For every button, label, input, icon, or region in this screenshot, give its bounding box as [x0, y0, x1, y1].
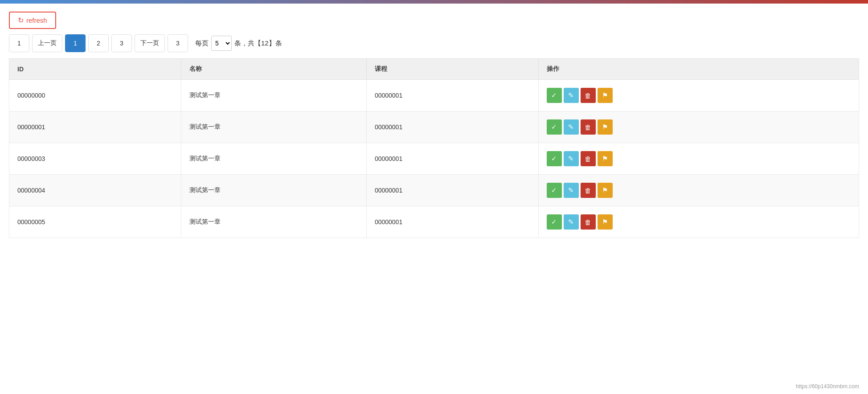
table-row: 00000000测试第一章00000001✓✎🗑⚑ — [9, 80, 859, 111]
cell-course: 00000001 — [366, 143, 538, 175]
page-size-select[interactable]: 5 10 20 — [211, 36, 232, 51]
cell-actions: ✓✎🗑⚑ — [538, 111, 859, 143]
flag-button[interactable]: ⚑ — [598, 183, 613, 198]
cell-name: 测试第一章 — [181, 111, 366, 143]
delete-button[interactable]: 🗑 — [581, 183, 596, 198]
flag-button[interactable]: ⚑ — [598, 151, 613, 166]
edit-button[interactable]: ✎ — [564, 88, 579, 103]
refresh-label: refresh — [26, 16, 47, 24]
col-header-actions: 操作 — [538, 59, 859, 80]
check-button[interactable]: ✓ — [547, 88, 562, 103]
cell-id: 00000004 — [9, 175, 181, 206]
table-wrapper: ID 名称 课程 操作 00000000测试第一章00000001✓✎🗑⚑000… — [0, 58, 868, 238]
per-page-label: 每页 — [195, 39, 209, 48]
cell-course: 00000001 — [366, 206, 538, 238]
edit-button[interactable]: ✎ — [564, 119, 579, 135]
page-last-button[interactable]: 3 — [168, 34, 188, 52]
refresh-button[interactable]: ↻ refresh — [9, 12, 56, 29]
delete-button[interactable]: 🗑 — [581, 151, 596, 166]
page-suffix: 条，共【12】条 — [234, 39, 282, 48]
cell-actions: ✓✎🗑⚑ — [538, 206, 859, 238]
cell-actions: ✓✎🗑⚑ — [538, 175, 859, 206]
check-button[interactable]: ✓ — [547, 214, 562, 230]
cell-id: 00000005 — [9, 206, 181, 238]
cell-id: 00000003 — [9, 143, 181, 175]
page-3-button[interactable]: 3 — [111, 34, 132, 52]
cell-name: 测试第一章 — [181, 80, 366, 111]
delete-button[interactable]: 🗑 — [581, 214, 596, 230]
check-button[interactable]: ✓ — [547, 119, 562, 135]
check-button[interactable]: ✓ — [547, 151, 562, 166]
col-header-course: 课程 — [366, 59, 538, 80]
cell-course: 00000001 — [366, 111, 538, 143]
delete-button[interactable]: 🗑 — [581, 119, 596, 135]
refresh-icon: ↻ — [18, 16, 24, 25]
cell-actions: ✓✎🗑⚑ — [538, 80, 859, 111]
flag-button[interactable]: ⚑ — [598, 88, 613, 103]
table-header-row: ID 名称 课程 操作 — [9, 59, 859, 80]
cell-id: 00000001 — [9, 111, 181, 143]
col-header-name: 名称 — [181, 59, 366, 80]
col-header-id: ID — [9, 59, 181, 80]
data-table: ID 名称 课程 操作 00000000测试第一章00000001✓✎🗑⚑000… — [9, 58, 859, 238]
delete-button[interactable]: 🗑 — [581, 88, 596, 103]
page-next-button[interactable]: 下一页 — [135, 34, 165, 52]
cell-course: 00000001 — [366, 175, 538, 206]
cell-actions: ✓✎🗑⚑ — [538, 143, 859, 175]
edit-button[interactable]: ✎ — [564, 183, 579, 198]
edit-button[interactable]: ✎ — [564, 151, 579, 166]
pagination-bar: 1 上一页 1 2 3 下一页 3 每页 5 10 20 条，共【12】条 — [0, 34, 868, 58]
page-1-button[interactable]: 1 — [65, 34, 86, 52]
page-2-button[interactable]: 2 — [88, 34, 109, 52]
cell-id: 00000000 — [9, 80, 181, 111]
page-first-button[interactable]: 1 — [9, 34, 29, 52]
toolbar: ↻ refresh — [0, 4, 868, 34]
table-row: 00000005测试第一章00000001✓✎🗑⚑ — [9, 206, 859, 238]
edit-button[interactable]: ✎ — [564, 214, 579, 230]
table-row: 00000003测试第一章00000001✓✎🗑⚑ — [9, 143, 859, 175]
cell-name: 测试第一章 — [181, 143, 366, 175]
page-info: 每页 5 10 20 条，共【12】条 — [195, 36, 282, 51]
flag-button[interactable]: ⚑ — [598, 214, 613, 230]
top-bar — [0, 0, 868, 4]
cell-name: 测试第一章 — [181, 206, 366, 238]
table-row: 00000004测试第一章00000001✓✎🗑⚑ — [9, 175, 859, 206]
cell-course: 00000001 — [366, 80, 538, 111]
check-button[interactable]: ✓ — [547, 183, 562, 198]
page-prev-button[interactable]: 上一页 — [32, 34, 62, 52]
cell-name: 测试第一章 — [181, 175, 366, 206]
table-row: 00000001测试第一章00000001✓✎🗑⚑ — [9, 111, 859, 143]
flag-button[interactable]: ⚑ — [598, 119, 613, 135]
